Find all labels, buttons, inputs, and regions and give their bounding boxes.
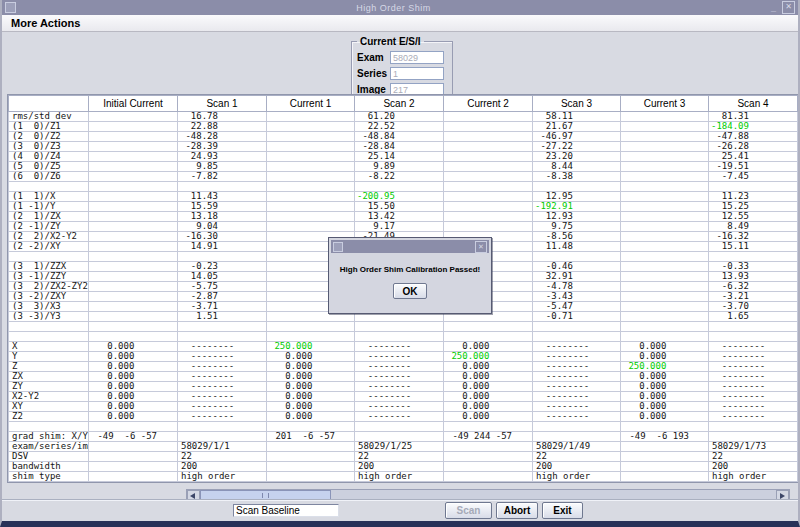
table-cell: -------- xyxy=(355,362,444,372)
scan-baseline-input[interactable] xyxy=(233,504,339,517)
table-cell: high order xyxy=(709,472,798,482)
abort-button[interactable]: Abort xyxy=(496,502,538,519)
table-cell: -6.32 xyxy=(709,282,798,292)
table-cell: -46.97 xyxy=(533,132,621,142)
scrollbar-grip-icon xyxy=(262,493,269,498)
row-label: (2 -1)/ZY xyxy=(9,222,89,232)
table-cell: -------- xyxy=(178,342,267,352)
close-icon[interactable]: ✕ xyxy=(782,1,795,14)
table-cell xyxy=(267,202,355,212)
table-cell: 0.000 xyxy=(267,412,355,422)
dialog-message: High Order Shim Calibration Passed! xyxy=(331,265,489,274)
table-cell: 0.000 xyxy=(621,392,709,402)
table-cell: 200 xyxy=(355,462,444,472)
exam-field[interactable] xyxy=(390,51,444,64)
table-cell: 13.93 xyxy=(709,272,798,282)
table-cell: -200.95 xyxy=(355,192,444,202)
row-label: DSV xyxy=(9,452,89,462)
table-cell xyxy=(267,192,355,202)
table-cell xyxy=(533,332,621,342)
table-cell xyxy=(267,222,355,232)
table-cell: 14.05 xyxy=(178,272,267,282)
ok-button[interactable]: OK xyxy=(393,283,427,299)
table-row: X2-Y2 0.000 -------- 0.000 -------- 0.00… xyxy=(9,392,798,402)
table-cell xyxy=(621,332,709,342)
table-cell xyxy=(709,252,798,262)
table-cell: -------- xyxy=(355,352,444,362)
table-cell: 58.11 xyxy=(533,112,621,122)
table-row: (3 0)/Z3 -28.39 -28.84 -27.22 -26.28 xyxy=(9,142,798,152)
table-cell xyxy=(267,182,355,192)
row-label: (2 0)/Z2 xyxy=(9,132,89,142)
exit-button[interactable]: Exit xyxy=(542,502,583,519)
table-cell xyxy=(621,232,709,242)
series-field[interactable] xyxy=(390,67,444,80)
table-cell: -------- xyxy=(178,392,267,402)
table-cell: 200 xyxy=(178,462,267,472)
table-cell xyxy=(621,122,709,132)
scan-button[interactable]: Scan xyxy=(445,502,492,519)
table-cell xyxy=(89,192,178,202)
table-cell xyxy=(621,252,709,262)
table-cell: -3.43 xyxy=(533,292,621,302)
table-cell: 15.25 xyxy=(709,202,798,212)
row-label xyxy=(9,252,89,262)
dialog-body: High Order Shim Calibration Passed! OK xyxy=(331,265,489,299)
column-header: Initial Current xyxy=(89,96,178,112)
menu-bar: More Actions xyxy=(2,15,798,32)
table-cell xyxy=(89,212,178,222)
table-cell: 58029/1/73 xyxy=(709,442,798,452)
table-cell xyxy=(709,332,798,342)
row-label: (2 2)/X2-Y2 xyxy=(9,232,89,242)
menu-more-actions[interactable]: More Actions xyxy=(7,15,84,31)
table-cell: -16.30 xyxy=(178,232,267,242)
table-cell xyxy=(621,302,709,312)
table-cell: -------- xyxy=(533,372,621,382)
table-cell xyxy=(267,122,355,132)
table-cell: high order xyxy=(355,472,444,482)
table-cell xyxy=(267,172,355,182)
dialog-window-icon xyxy=(333,242,343,252)
table-cell: 0.000 xyxy=(444,392,533,402)
row-label: (2 -2)/XY xyxy=(9,242,89,252)
row-label xyxy=(9,322,89,332)
dialog-titlebar[interactable]: ✕ xyxy=(331,240,489,253)
table-cell: 0.000 xyxy=(444,402,533,412)
table-cell: 81.31 xyxy=(709,112,798,122)
table-cell xyxy=(444,152,533,162)
dialog-close-icon[interactable]: ✕ xyxy=(475,241,487,253)
table-cell: -3.71 xyxy=(178,302,267,312)
table-row: (5 0)/Z5 9.85 9.89 8.44 -19.51 xyxy=(9,162,798,172)
table-cell: 25.14 xyxy=(355,152,444,162)
minimize-icon[interactable]: _ xyxy=(771,3,776,13)
table-cell: 0.000 xyxy=(89,392,178,402)
table-cell xyxy=(89,422,178,432)
table-cell: 0.000 xyxy=(444,362,533,372)
table-cell: 250.000 xyxy=(621,362,709,372)
table-cell: 250.000 xyxy=(444,352,533,362)
table-cell xyxy=(89,172,178,182)
table-cell xyxy=(621,152,709,162)
table-cell xyxy=(89,162,178,172)
table-cell xyxy=(89,152,178,162)
table-cell: high order xyxy=(178,472,267,482)
table-cell xyxy=(89,142,178,152)
table-row xyxy=(9,182,798,192)
table-cell: 200 xyxy=(709,462,798,472)
table-cell xyxy=(621,132,709,142)
row-label: X xyxy=(9,342,89,352)
window-titlebar[interactable]: High Order Shim _ ✕ xyxy=(2,0,798,15)
table-cell: 0.000 xyxy=(89,352,178,362)
table-cell xyxy=(444,462,533,472)
table-cell: -------- xyxy=(533,392,621,402)
table-cell xyxy=(444,162,533,172)
table-cell: -------- xyxy=(709,372,798,382)
row-label: (1 -1)/Y xyxy=(9,202,89,212)
table-cell: -8.22 xyxy=(355,172,444,182)
table-cell xyxy=(621,312,709,322)
column-header: Scan 1 xyxy=(178,96,267,112)
table-cell: 1.51 xyxy=(178,312,267,322)
table-cell: 9.89 xyxy=(355,162,444,172)
column-header: Current 2 xyxy=(444,96,533,112)
table-cell: 22 xyxy=(709,452,798,462)
